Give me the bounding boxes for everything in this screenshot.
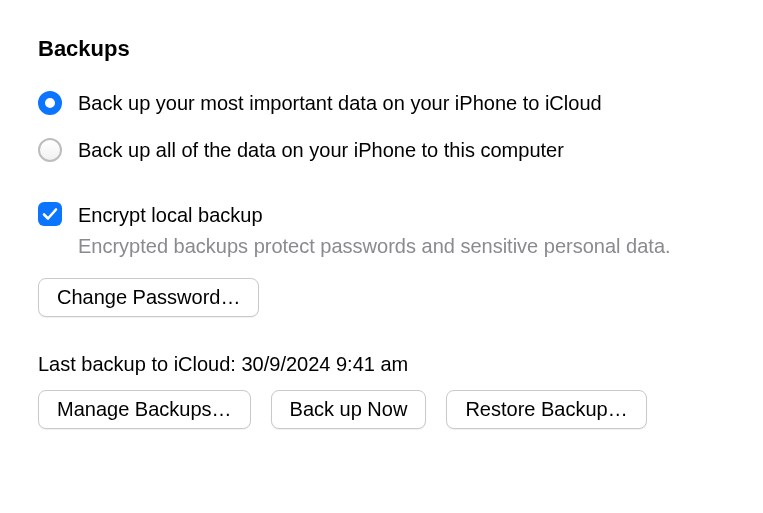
encrypt-description: Encrypted backups protect passwords and … [78, 233, 671, 260]
encrypt-checkbox[interactable] [38, 202, 62, 226]
radio-label-icloud: Back up your most important data on your… [78, 90, 602, 117]
radio-option-local[interactable]: Back up all of the data on your iPhone t… [38, 137, 725, 164]
radio-label-local: Back up all of the data on your iPhone t… [78, 137, 564, 164]
change-password-button[interactable]: Change Password… [38, 278, 259, 317]
radio-icon-unselected [38, 138, 62, 162]
restore-backup-button[interactable]: Restore Backup… [446, 390, 646, 429]
radio-icon-selected [38, 91, 62, 115]
radio-option-icloud[interactable]: Back up your most important data on your… [38, 90, 725, 117]
checkmark-icon [42, 206, 58, 222]
last-backup-text: Last backup to iCloud: 30/9/2024 9:41 am [38, 351, 725, 378]
manage-backups-button[interactable]: Manage Backups… [38, 390, 251, 429]
section-heading: Backups [38, 34, 725, 64]
encrypt-label: Encrypt local backup [78, 202, 671, 229]
back-up-now-button[interactable]: Back up Now [271, 390, 427, 429]
